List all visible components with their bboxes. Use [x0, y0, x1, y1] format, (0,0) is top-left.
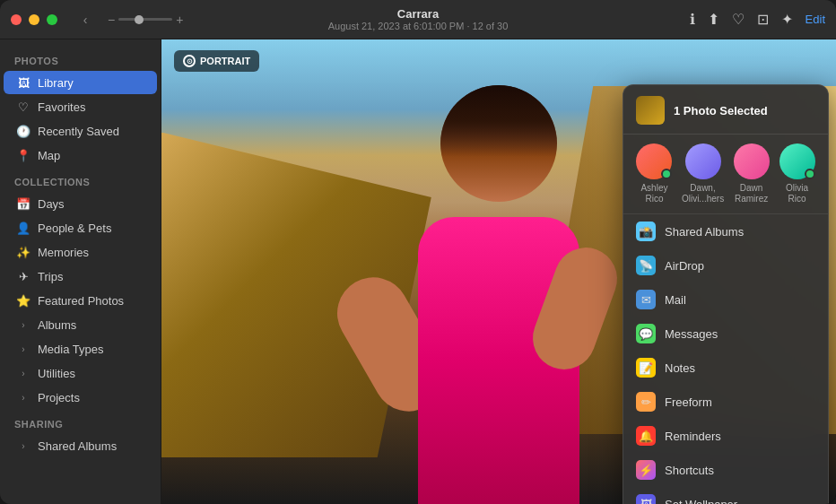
contact-name-ashley: AshleyRico	[640, 183, 667, 204]
sidebar-item-media-types[interactable]: › Media Types	[4, 337, 157, 361]
sidebar-item-featured-photos[interactable]: ⭐ Featured Photos	[4, 289, 157, 312]
wallpaper-label: Set Wallpaper	[665, 498, 737, 505]
contact-status-olivia	[805, 169, 815, 179]
sidebar-section-photos: Photos	[0, 47, 161, 70]
sidebar-item-label-projects: Projects	[38, 391, 80, 404]
contact-ashley[interactable]: AshleyRico	[636, 143, 673, 204]
sidebar-item-recently-saved[interactable]: 🕐 Recently Saved	[4, 119, 157, 143]
freeform-label: Freeform	[665, 395, 712, 409]
sidebar-item-albums[interactable]: › Albums	[4, 313, 157, 336]
titlebar-center: Carrara August 21, 2023 at 6:01:00 PM · …	[328, 7, 509, 31]
mail-icon: ✉	[636, 290, 656, 309]
edit-button[interactable]: Edit	[806, 13, 825, 26]
app-window: ‹ − + Carrara August 21, 2023 at 6:01:00…	[0, 0, 836, 504]
contact-olivia-rico[interactable]: Olivia Rico	[779, 143, 815, 204]
notes-icon: 📝	[636, 358, 656, 378]
share-header-avatar	[636, 96, 665, 125]
expand-projects-icon: ›	[16, 390, 30, 404]
sidebar-item-utilities[interactable]: › Utilities	[4, 361, 157, 385]
memories-icon: ✨	[16, 245, 30, 259]
sidebar-section-collections: Collections	[0, 168, 161, 191]
sidebar-item-label-days: Days	[38, 197, 65, 211]
contact-avatar-dawn-oliv	[685, 143, 721, 179]
sidebar-item-projects[interactable]: › Projects	[4, 386, 157, 409]
sidebar-item-people-pets[interactable]: 👤 People & Pets	[4, 216, 157, 239]
sidebar-item-memories[interactable]: ✨ Memories	[4, 240, 157, 264]
portrait-label: PORTRAIT	[200, 56, 250, 66]
contact-status-ashley	[661, 169, 672, 179]
shortcuts-label: Shortcuts	[665, 464, 714, 477]
contact-dawn-oliv[interactable]: Dawn,Olivi...hers	[682, 143, 724, 204]
sidebar-item-favorites[interactable]: ♡ Favorites	[4, 95, 157, 118]
messages-label: Messages	[665, 327, 718, 341]
crop-icon[interactable]: ⊡	[757, 11, 769, 28]
zoom-control: − +	[108, 13, 183, 27]
expand-media-icon: ›	[16, 342, 30, 356]
portrait-badge: ⊙ PORTRAIT	[174, 50, 259, 72]
sidebar-item-library[interactable]: 🖼 Library	[4, 71, 157, 94]
reminders-label: Reminders	[665, 430, 721, 443]
share-panel: 1 Photo Selected AshleyRico	[623, 84, 829, 504]
share-menu-wallpaper[interactable]: 🖼 Set Wallpaper	[623, 487, 828, 504]
zoom-in-icon[interactable]: +	[176, 13, 183, 27]
adjust-icon[interactable]: ✦	[781, 11, 793, 28]
maximize-button[interactable]	[47, 14, 57, 25]
contact-avatar-ashley	[636, 143, 672, 179]
contact-name-dawn-ramirez: DawnRamirez	[735, 183, 768, 204]
messages-icon: 💬	[636, 324, 656, 343]
shortcuts-icon: ⚡	[636, 460, 656, 480]
sidebar-item-label-memories: Memories	[38, 246, 89, 259]
contact-dawn-ramirez[interactable]: DawnRamirez	[733, 143, 770, 204]
sidebar-item-label-albums: Albums	[38, 318, 76, 332]
share-menu-notes[interactable]: 📝 Notes	[623, 351, 828, 385]
portrait-icon: ⊙	[183, 55, 196, 67]
sidebar-item-label-featured-photos: Featured Photos	[38, 294, 124, 308]
share-menu-freeform[interactable]: ✏ Freeform	[623, 385, 828, 419]
contact-avatar-dawn-ramirez	[734, 143, 770, 179]
person-body	[373, 63, 624, 504]
recently-saved-icon: 🕐	[16, 124, 30, 138]
contact-avatar-olivia	[779, 143, 815, 179]
sidebar-item-label-recently-saved: Recently Saved	[38, 125, 119, 138]
sidebar-item-label-shared-albums: Shared Albums	[38, 439, 117, 453]
favorite-icon[interactable]: ♡	[732, 11, 745, 28]
contacts-row: AshleyRico Dawn,Olivi...hers DawnRamirez	[623, 135, 828, 214]
photo-subtitle: August 21, 2023 at 6:01:00 PM · 12 of 30	[328, 21, 509, 31]
share-menu-airdrop[interactable]: 📡 AirDrop	[623, 248, 828, 282]
mail-label: Mail	[665, 293, 686, 307]
share-menu-reminders[interactable]: 🔔 Reminders	[623, 419, 828, 453]
airdrop-label: AirDrop	[665, 259, 704, 273]
sidebar-item-trips[interactable]: ✈ Trips	[4, 265, 157, 288]
sidebar-item-label-people-pets: People & Pets	[38, 222, 111, 235]
freeform-icon: ✏	[636, 392, 656, 412]
photo-area: ⊙ PORTRAIT 1 Photo Selected	[161, 39, 836, 504]
close-button[interactable]	[11, 14, 22, 25]
expand-utilities-icon: ›	[16, 366, 30, 380]
expand-albums-icon: ›	[16, 317, 30, 332]
notes-label: Notes	[665, 361, 695, 375]
info-icon[interactable]: ℹ	[690, 11, 695, 28]
share-menu-mail[interactable]: ✉ Mail	[623, 282, 828, 317]
back-button[interactable]: ‹	[75, 10, 95, 30]
share-header-avatar-img	[636, 96, 665, 125]
sidebar-item-label-media-types: Media Types	[38, 343, 103, 356]
sidebar-item-days[interactable]: 📅 Days	[4, 192, 157, 215]
airdrop-icon: 📡	[636, 256, 656, 275]
sidebar-item-shared-albums[interactable]: › Shared Albums	[4, 434, 157, 457]
sidebar-item-map[interactable]: 📍 Map	[4, 143, 157, 167]
share-menu-messages[interactable]: 💬 Messages	[623, 317, 828, 351]
zoom-out-icon[interactable]: −	[108, 13, 115, 27]
zoom-slider[interactable]	[118, 18, 172, 21]
minimize-button[interactable]	[29, 14, 39, 25]
map-icon: 📍	[16, 148, 30, 162]
library-icon: 🖼	[16, 75, 30, 90]
share-menu-shared-albums[interactable]: 📸 Shared Albums	[623, 214, 828, 248]
share-menu-shortcuts[interactable]: ⚡ Shortcuts	[623, 453, 828, 487]
expand-shared-icon: ›	[16, 439, 30, 453]
traffic-lights	[11, 14, 57, 25]
toolbar-actions: ℹ ⬆ ♡ ⊡ ✦ Edit	[690, 11, 825, 28]
share-icon[interactable]: ⬆	[708, 11, 719, 28]
featured-icon: ⭐	[16, 293, 30, 308]
contact-name-olivia: Olivia Rico	[779, 183, 815, 204]
person-hair	[440, 85, 557, 157]
